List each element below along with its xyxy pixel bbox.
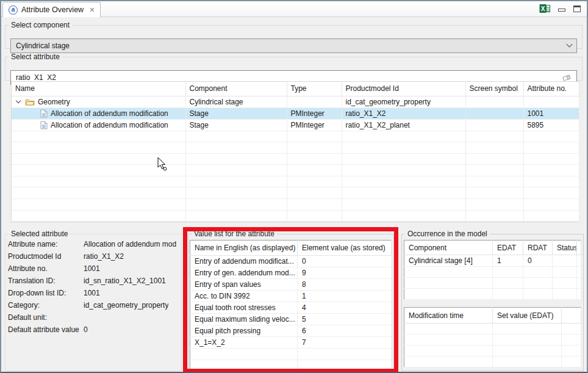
value-list-row[interactable]: Equal pitch pressing6 [190, 325, 392, 337]
excel-export-icon[interactable]: X [539, 4, 550, 13]
attribute-row[interactable]: Allocation of addendum modificationStage… [12, 119, 579, 131]
row-cell: 1001 [523, 107, 579, 119]
occurrence-row[interactable]: Cylindrical stage [4]10 [404, 255, 581, 267]
row-name: Allocation of addendum modification [51, 109, 168, 118]
column-header[interactable]: Productmodel Id [342, 82, 465, 96]
selected-attribute-group: Selected attribute Attribute name:Alloca… [5, 230, 182, 371]
tree-expand-chevron-icon[interactable] [16, 98, 21, 103]
field-value: Allocation of addendum mod [84, 240, 176, 248]
attribute-row[interactable]: Allocation of addendum modificationStage… [12, 107, 579, 119]
row-cell: ratio_X1_X2 [342, 107, 465, 119]
field-value: id_sn_ratio_X1_X2_1001 [84, 277, 166, 285]
column-header[interactable]: Component [404, 241, 493, 255]
column-header[interactable]: Attribute no. [523, 82, 579, 96]
row-cell: 4 [298, 302, 392, 314]
empty-row [190, 349, 392, 360]
row-cell: Acc. to DIN 3992 [190, 291, 298, 302]
chevron-down-icon [567, 41, 573, 47]
row-cell: Entry of span values [190, 279, 298, 291]
empty-row [404, 346, 581, 357]
value-list-row[interactable]: Equal tooth root stresses4 [190, 302, 392, 314]
attribute-field-row: Default unit: [5, 311, 181, 324]
column-header[interactable]: Status [553, 241, 577, 255]
component-dropdown[interactable]: Cylindrical stage [10, 38, 577, 53]
row-cell: 0 [523, 255, 553, 267]
row-cell: Equal maximum sliding veloc... [190, 314, 298, 325]
column-header[interactable]: Set value (EDAT) [493, 308, 562, 324]
row-cell: Entry of addendum modificat... [190, 256, 298, 267]
attribute-view-icon: a [9, 5, 18, 15]
row-cell: Equal tooth root stresses [190, 302, 298, 314]
empty-row [404, 289, 581, 300]
column-header[interactable]: RDAT [523, 241, 553, 255]
empty-row [12, 142, 579, 154]
tab-attribute-overview[interactable]: a Attribute Overview ✕ [2, 2, 101, 17]
row-cell: PMInteger [287, 119, 342, 131]
field-value: id_cat_geometry_property [84, 301, 168, 310]
value-list-row[interactable]: X_1=X_27 [190, 337, 392, 349]
select-attribute-group: Select attribute ratio_X1_X2 [5, 53, 583, 81]
attribute-row[interactable]: GeometryCylindrical stageid_cat_geometry… [12, 96, 579, 107]
empty-row [12, 131, 579, 142]
occurrence-table-header: ComponentEDATRDATStatus [404, 241, 581, 255]
clear-eraser-icon[interactable] [562, 74, 572, 81]
maximize-icon[interactable] [573, 5, 581, 12]
row-cell: 1 [298, 291, 392, 302]
value-list-row[interactable]: Entry of gen. addendum mod...9 [190, 267, 392, 279]
attribute-table: NameComponentTypeProductmodel IdScreen s… [11, 81, 579, 222]
field-label: Category: [8, 301, 84, 310]
occurrence-group: Occurrence in the model ComponentEDATRDA… [401, 230, 584, 371]
document-icon [40, 121, 48, 129]
value-list-title: Value list for the attribute [192, 230, 277, 238]
empty-row [12, 165, 579, 176]
tab-close-icon[interactable]: ✕ [89, 6, 95, 14]
column-header[interactable]: Element value (as stored) [298, 241, 392, 256]
empty-row [404, 335, 581, 346]
column-header[interactable]: EDAT [493, 241, 523, 255]
value-list-header: Name in English (as displayed)Element va… [190, 241, 392, 256]
value-list-row[interactable]: Entry of addendum modificat...0 [190, 256, 392, 267]
row-cell [465, 107, 523, 119]
row-cell [523, 96, 579, 107]
value-list-row[interactable]: Equal maximum sliding veloc...5 [190, 314, 392, 325]
minimize-icon[interactable] [558, 9, 565, 12]
modification-table: Modification timeSet value (EDAT) [404, 307, 581, 368]
row-cell [465, 119, 523, 131]
row-cell: ratio_X1_X2_planet [342, 119, 465, 131]
select-component-group: Select component Cylindrical stage [5, 21, 583, 49]
row-cell: 0 [298, 256, 392, 267]
column-header[interactable]: Modification time [404, 308, 493, 324]
attribute-field-row: Attribute no.1001 [5, 263, 181, 275]
empty-row [404, 278, 581, 289]
occurrence-table: ComponentEDATRDATStatus Cylindrical stag… [404, 240, 581, 300]
attribute-field-row: Attribute name:Allocation of addendum mo… [5, 238, 181, 250]
row-cell [287, 96, 342, 107]
svg-text:X: X [541, 5, 545, 12]
column-header[interactable]: Name [12, 82, 185, 96]
document-icon [40, 109, 48, 118]
row-cell: 5895 [523, 119, 579, 131]
row-cell: Stage [185, 107, 287, 119]
field-value: 1001 [84, 264, 100, 273]
row-cell: 7 [298, 337, 392, 349]
column-header[interactable]: Type [287, 82, 342, 96]
attribute-field-row: Translation ID:id_sn_ratio_X1_X2_1001 [5, 275, 181, 287]
attribute-filter-value: ratio_X1_X2 [16, 73, 56, 82]
row-cell: Cylindrical stage [185, 96, 287, 107]
row-cell: 6 [298, 325, 392, 337]
column-header[interactable]: Screen symbol [465, 82, 523, 96]
column-header[interactable]: Component [185, 82, 287, 96]
empty-row [12, 153, 579, 165]
attribute-field-row: Drop-down list ID:1001 [5, 287, 181, 299]
value-list-row[interactable]: Entry of span values8 [190, 279, 392, 291]
row-cell: 9 [298, 267, 392, 279]
row-cell [553, 255, 577, 267]
value-list-row[interactable]: Acc. to DIN 39921 [190, 291, 392, 302]
empty-row [12, 210, 579, 222]
field-value: ratio_X1_X2 [84, 252, 124, 261]
tab-bar: a Attribute Overview ✕ X [1, 1, 587, 17]
column-header[interactable]: Name in English (as displayed) [190, 241, 298, 256]
row-cell: 1 [493, 255, 523, 267]
attribute-field-row: Category:id_cat_geometry_property [5, 299, 181, 311]
empty-row [12, 199, 579, 211]
